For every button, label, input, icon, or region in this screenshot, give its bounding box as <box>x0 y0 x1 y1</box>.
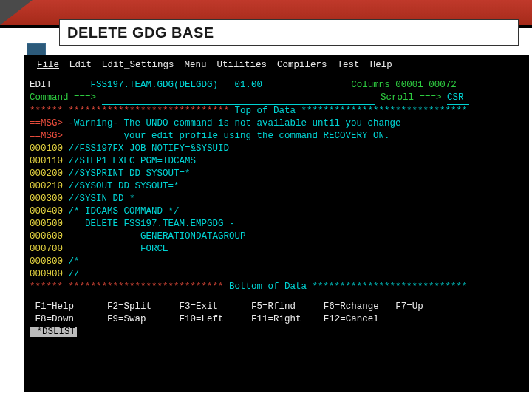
pf-f5[interactable]: F5=Rfind <box>251 301 296 312</box>
accent-corner <box>0 0 33 25</box>
msg-line-1: ==MSG> -Warning- The UNDO command is not… <box>30 117 523 130</box>
jcl-line[interactable]: 000800 /* <box>30 256 523 268</box>
jcl-line[interactable]: 000700 FORCE <box>30 243 523 256</box>
jcl-line[interactable]: 000300 //SYSIN DD * <box>30 193 523 205</box>
command-prompt: Command ===> <box>30 92 96 105</box>
pf-f1[interactable]: F1=Help <box>35 301 75 312</box>
jcl-line[interactable]: 000900 // <box>30 268 523 281</box>
jcl-line[interactable]: 000210 //SYSOUT DD SYSOUT=* <box>30 180 523 193</box>
menu-utilities[interactable]: Utilities <box>217 59 267 72</box>
command-input[interactable] <box>102 92 375 105</box>
scroll-label: Scroll ===> <box>381 92 442 105</box>
top-of-data: ****** ***************************** Top… <box>30 105 523 117</box>
pf-f7[interactable]: F7=Up <box>395 301 423 312</box>
command-row: Command ===> Scroll ===> CSR <box>30 92 523 105</box>
pf-f8[interactable]: F8=Down <box>35 314 75 324</box>
menu-edit[interactable]: Edit <box>69 59 92 72</box>
slide-title: DELETE GDG BASE <box>67 24 214 41</box>
menu-compilers[interactable]: Compilers <box>277 59 327 72</box>
jcl-line[interactable]: 000110 //STEP1 EXEC PGM=IDCAMS <box>30 155 523 168</box>
pf-row-1: F1=Help F2=Split F3=Exit F5=Rfind F6=Rch… <box>30 301 523 313</box>
pf-keys: F1=Help F2=Split F3=Exit F5=Rfind F6=Rch… <box>30 301 523 338</box>
pf-f6[interactable]: F6=Rchange <box>324 301 379 312</box>
jcl-line[interactable]: 000500 DELETE FSS197.TEAM.EMPGDG - <box>30 218 523 231</box>
menu-help[interactable]: Help <box>370 59 392 72</box>
jcl-line[interactable]: 000200 //SYSPRINT DD SYSOUT=* <box>30 168 523 180</box>
scroll-input[interactable]: CSR <box>447 92 469 105</box>
slide-frame: DELETE GDG BASE File Edit Edit_Settings … <box>0 0 532 399</box>
jcl-line[interactable]: 000600 GENERATIONDATAGROUP <box>30 231 523 243</box>
menu-test[interactable]: Test <box>338 59 360 72</box>
ispf-menu-bar: File Edit Edit_Settings Menu Utilities C… <box>30 59 523 72</box>
status-indicator: *DSLIST <box>30 326 523 338</box>
pf-f12[interactable]: F12=Cancel <box>324 314 379 324</box>
jcl-line[interactable]: 000100 //FSS197FX JOB NOTIFY=&SYSUID <box>30 143 523 155</box>
ispf-terminal: File Edit Edit_Settings Menu Utilities C… <box>24 55 529 392</box>
pf-row-2: F8=Down F9=Swap F10=Left F11=Right F12=C… <box>30 313 523 326</box>
menu-file[interactable]: File <box>37 59 59 72</box>
bottom-of-data: ****** **************************** Bott… <box>30 281 523 293</box>
pf-f11[interactable]: F11=Right <box>251 314 301 324</box>
menu-editsettings[interactable]: Edit_Settings <box>102 59 174 72</box>
pf-f3[interactable]: F3=Exit <box>180 301 219 312</box>
pf-f10[interactable]: F10=Left <box>180 314 224 324</box>
slide-title-bar: DELETE GDG BASE <box>59 19 519 46</box>
menu-menu[interactable]: Menu <box>185 59 207 72</box>
msg-line-2: ==MSG> your edit profile using the comma… <box>30 130 523 143</box>
jcl-line[interactable]: 000400 /* IDCAMS COMMAND */ <box>30 205 523 218</box>
pf-f2[interactable]: F2=Split <box>107 301 151 312</box>
edit-header-row: EDIT FSS197.TEAM.GDG(DELGDG) 01.00 Colum… <box>30 79 523 92</box>
pf-f9[interactable]: F9=Swap <box>107 314 146 324</box>
